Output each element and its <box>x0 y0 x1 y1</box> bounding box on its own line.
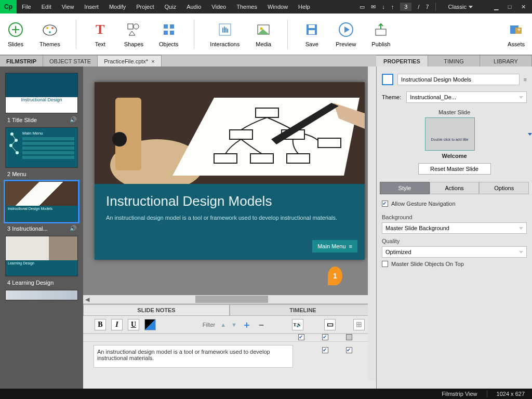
slide-title[interactable]: Instructional Design Models <box>106 193 353 209</box>
timeline-tab[interactable]: TIMELINE <box>230 304 376 316</box>
timing-tab[interactable]: TIMING <box>428 55 480 66</box>
mail-icon[interactable]: ✉ <box>371 4 376 10</box>
menu-window[interactable]: Window <box>262 1 293 13</box>
svg-point-4 <box>49 31 51 33</box>
thumb-title: Learning Design <box>6 260 77 266</box>
background-dropdown[interactable]: Master Slide Background <box>382 222 527 234</box>
ribbon-publish[interactable]: Publish <box>371 21 390 47</box>
close-button[interactable]: ✕ <box>516 2 530 12</box>
layout-dropdown[interactable]: Classic <box>442 4 479 10</box>
ribbon-text[interactable]: T Text <box>92 21 109 47</box>
thumb-2[interactable]: Main Menu 2 Menu <box>0 124 83 178</box>
object-state-tab[interactable]: OBJECT STATE <box>43 55 98 66</box>
master-thumb[interactable]: Double click to add title <box>425 117 475 151</box>
menu-help[interactable]: Help <box>293 1 315 13</box>
master-label: Master Slide <box>377 106 532 117</box>
menu-edit[interactable]: Edit <box>36 1 57 13</box>
master-top-label: Master Slide Objects On Top <box>391 261 464 267</box>
ribbon-media[interactable]: Media <box>255 21 272 47</box>
menu-modify[interactable]: Modify <box>104 1 131 13</box>
slide-text-area: Instructional Design Models An instructi… <box>95 184 365 230</box>
monitor-icon[interactable]: ▭ <box>360 4 365 10</box>
note-text[interactable]: An instructional design model is a tool … <box>94 345 293 368</box>
ribbon-save[interactable]: Save <box>303 21 320 47</box>
thumb-4[interactable]: Learning Design 4 Learning Design <box>0 233 83 287</box>
cc-button[interactable]: ▭ <box>324 319 336 330</box>
horizontal-scrollbar[interactable]: ◀ ▶ <box>83 295 376 303</box>
scroll-thumb[interactable] <box>195 296 268 303</box>
menu-view[interactable]: View <box>57 1 79 13</box>
reset-master-button[interactable]: Reset Master Slide <box>418 163 491 175</box>
svg-point-21 <box>10 132 14 136</box>
svg-rect-10 <box>170 31 174 35</box>
slide-subtitle[interactable]: An instructional design model is a tool … <box>106 215 353 221</box>
menu-quiz[interactable]: Quiz <box>159 1 182 13</box>
color-button[interactable] <box>144 319 156 330</box>
thumb-label: 1 Title Slide <box>7 117 37 123</box>
library-tab[interactable]: LIBRARY <box>480 55 532 66</box>
svg-rect-7 <box>164 24 168 29</box>
menu-project[interactable]: Project <box>131 1 159 13</box>
italic-button[interactable]: I <box>111 319 123 330</box>
gesture-checkbox[interactable] <box>382 201 388 207</box>
menu-insert[interactable]: Insert <box>79 1 104 13</box>
ribbon-objects[interactable]: Objects <box>159 21 178 47</box>
ribbon-assets[interactable]: Assets <box>508 21 525 47</box>
background-value: Master Slide Background <box>385 225 449 231</box>
ribbon-shapes[interactable]: Shapes <box>124 21 143 47</box>
underline-button[interactable]: U <box>128 319 139 330</box>
options-tab[interactable]: Options <box>479 182 529 194</box>
up-icon[interactable]: ▲ <box>220 322 226 328</box>
main-menu-label: Main Menu <box>317 243 345 249</box>
col-checkbox-3[interactable] <box>346 334 352 340</box>
scroll-left-icon[interactable]: ◀ <box>83 296 91 303</box>
thumb-1[interactable]: Instructional Design 1 Title Slide 🔊 <box>0 70 83 124</box>
menu-themes[interactable]: Themes <box>231 1 262 13</box>
ribbon-slides[interactable]: Slides <box>7 21 24 47</box>
note-checkbox-1[interactable] <box>322 347 328 353</box>
slide-notes-tab[interactable]: SLIDE NOTES <box>83 304 230 316</box>
thumb-5[interactable] <box>0 287 83 300</box>
menu-audio[interactable]: Audio <box>181 1 206 13</box>
style-tab[interactable]: Style <box>380 182 430 194</box>
vertical-scrollbar[interactable] <box>368 66 376 380</box>
svg-point-1 <box>43 25 57 35</box>
down-icon[interactable]: ▼ <box>231 322 237 328</box>
theme-dropdown[interactable]: Instructional_De... <box>406 91 527 103</box>
tts-button[interactable]: T🔊 <box>292 319 303 330</box>
add-note-icon[interactable]: ＋ <box>242 318 251 331</box>
bold-button[interactable]: B <box>95 319 106 330</box>
current-slide-number[interactable]: 3 <box>400 3 411 11</box>
col-checkbox-2[interactable] <box>322 334 328 340</box>
minimize-button[interactable]: ▁ <box>489 2 503 12</box>
slide-name-input[interactable] <box>397 74 520 85</box>
thumb-3[interactable]: Instructional Design Models 3 Instructio… <box>0 178 83 233</box>
menu-video[interactable]: Video <box>206 1 231 13</box>
plus-icon <box>7 21 24 38</box>
filmstrip-tab[interactable]: FILMSTRIP <box>0 55 43 66</box>
down-arrow-icon[interactable]: ↓ <box>382 4 385 10</box>
master-top-checkbox[interactable] <box>382 261 388 267</box>
ribbon-themes[interactable]: Themes <box>39 21 60 47</box>
chevron-down-icon <box>519 227 523 230</box>
menu-file[interactable]: File <box>17 1 36 13</box>
app-logo: Cp <box>0 0 17 14</box>
main-menu-button[interactable]: Main Menu ≡ <box>312 240 357 252</box>
up-arrow-icon[interactable]: ↑ <box>391 4 394 10</box>
close-tab-icon[interactable]: × <box>151 58 154 64</box>
remove-note-icon[interactable]: － <box>257 318 266 331</box>
col-checkbox-1[interactable] <box>298 334 304 340</box>
actions-tab[interactable]: Actions <box>430 182 480 194</box>
slide[interactable]: Instructional Design Models An instructi… <box>95 82 365 260</box>
stage-canvas[interactable]: Instructional Design Models An instructi… <box>83 66 376 295</box>
master-dropdown-icon[interactable] <box>528 133 532 136</box>
quality-dropdown[interactable]: Optimized <box>382 246 527 258</box>
ribbon-preview[interactable]: Preview <box>336 21 356 47</box>
panel-menu-icon[interactable]: ≡ <box>524 76 527 83</box>
maximize-button[interactable]: □ <box>503 2 516 12</box>
note-checkbox-2[interactable] <box>346 347 352 353</box>
grid-button[interactable]: ⊞ <box>353 319 365 330</box>
ribbon-interactions[interactable]: Interactions <box>210 21 240 47</box>
properties-tab[interactable]: PROPERTIES <box>376 55 428 66</box>
file-tab[interactable]: PracticeFile.cptx* × <box>98 55 161 66</box>
